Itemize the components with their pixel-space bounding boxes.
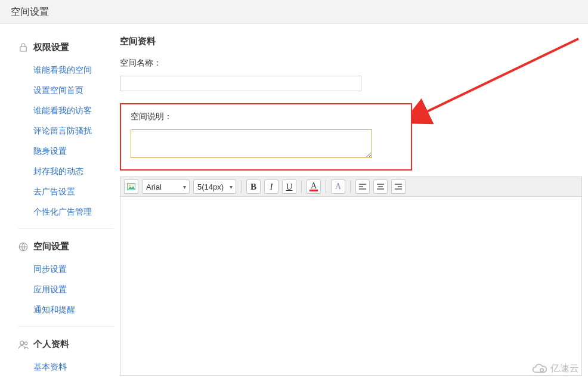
section-title: 权限设置: [33, 42, 69, 53]
font-color-button[interactable]: A: [307, 179, 321, 194]
sidebar-item[interactable]: 隐身设置: [18, 141, 114, 162]
watermark-text: 亿速云: [550, 363, 579, 375]
image-icon: [127, 183, 135, 190]
section-header-permissions: 权限设置: [18, 42, 114, 53]
italic-button[interactable]: I: [264, 179, 278, 194]
align-center-button[interactable]: [373, 179, 388, 194]
sidebar-item[interactable]: 应用设置: [18, 280, 114, 300]
sidebar-item[interactable]: 谁能看我的空间: [18, 60, 114, 80]
section-header-profile: 个人资料: [18, 339, 114, 350]
sidebar-item[interactable]: 去广告设置: [18, 182, 114, 202]
svg-point-16: [540, 368, 543, 371]
align-right-icon: [394, 183, 403, 190]
watermark: 亿速云: [531, 363, 579, 375]
space-desc-textarea[interactable]: [131, 129, 372, 158]
bold-button[interactable]: B: [246, 179, 261, 194]
align-center-icon: [376, 183, 385, 190]
highlight-box: 空间说明：: [120, 103, 412, 171]
toolbar-separator: [241, 180, 242, 193]
underline-button[interactable]: U: [282, 179, 296, 194]
sidebar-item[interactable]: 基本资料: [18, 357, 114, 377]
editor-toolbar: Arial 5(14px) B I U A A: [120, 176, 582, 197]
align-left-icon: [358, 183, 367, 190]
main-content: 空间资料 空间名称： 空间说明： Arial 5(14px) B I U A A: [114, 24, 588, 381]
sidebar-item[interactable]: 封存我的动态: [18, 162, 114, 182]
sidebar-item[interactable]: 谁能看我的访客: [18, 101, 114, 121]
svg-point-2: [20, 341, 24, 345]
rich-editor-area[interactable]: [120, 197, 582, 376]
font-size-select[interactable]: 5(14px): [193, 179, 236, 194]
sidebar: 权限设置 谁能看我的空间 设置空间首页 谁能看我的访客 评论留言防骚扰 隐身设置…: [0, 24, 114, 381]
sidebar-item[interactable]: 评论留言防骚扰: [18, 121, 114, 141]
sidebar-item[interactable]: 个性化广告管理: [18, 202, 114, 222]
clear-format-button[interactable]: A: [331, 179, 345, 194]
svg-rect-0: [20, 47, 27, 51]
toolbar-separator: [326, 180, 326, 193]
toolbar-separator: [301, 180, 302, 193]
font-family-select[interactable]: Arial: [142, 179, 190, 194]
form-title: 空间资料: [120, 36, 582, 47]
toolbar-separator: [350, 180, 351, 193]
sidebar-item[interactable]: 设置空间首页: [18, 80, 114, 101]
user-icon: [18, 339, 29, 350]
sidebar-item[interactable]: 同步设置: [18, 259, 114, 280]
svg-point-5: [129, 185, 131, 187]
cloud-icon: [531, 363, 548, 375]
align-right-button[interactable]: [391, 179, 406, 194]
globe-icon: [18, 241, 29, 252]
sidebar-item[interactable]: 通知和提醒: [18, 300, 114, 320]
name-label: 空间名称：: [120, 58, 582, 69]
desc-label: 空间说明：: [131, 111, 401, 122]
insert-image-button[interactable]: [124, 179, 138, 194]
align-left-button[interactable]: [355, 179, 370, 194]
page-header: 空间设置: [0, 0, 588, 24]
page-title: 空间设置: [11, 7, 49, 17]
space-name-input[interactable]: [120, 76, 361, 91]
lock-icon: [18, 42, 29, 53]
section-title: 空间设置: [33, 241, 69, 252]
section-title: 个人资料: [33, 339, 69, 350]
section-header-space: 空间设置: [18, 241, 114, 252]
svg-point-3: [24, 342, 27, 345]
sidebar-item[interactable]: 空间资料: [18, 377, 114, 381]
